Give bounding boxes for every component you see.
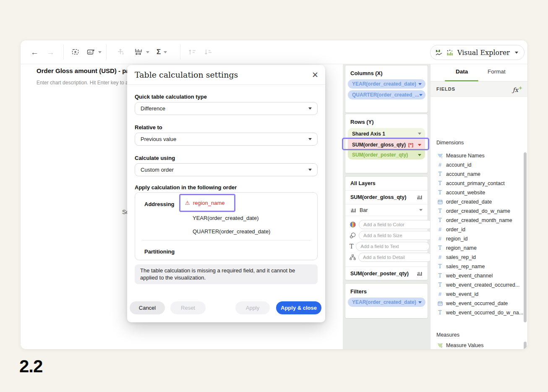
add-field-to-color-input[interactable] [359, 220, 433, 229]
text-field-icon: T [437, 282, 443, 288]
add-calculation-icon[interactable]: ƒx+ [513, 85, 522, 93]
field-web-event-id[interactable]: #web_event_id [431, 290, 522, 299]
addressing-item-year[interactable]: YEAR(order_created_date) [193, 215, 259, 221]
detail-icon[interactable] [350, 254, 356, 260]
color-icon[interactable] [350, 221, 356, 228]
field-account-name[interactable]: Taccount_name [431, 170, 522, 179]
layer-sum-order-poster-qty[interactable]: SUM(order_poster_qty) [345, 267, 428, 280]
text-field-icon: T [437, 180, 443, 186]
field-account-website[interactable]: Taccount_website [431, 188, 522, 197]
field-order-id[interactable]: #order_id [431, 225, 522, 234]
pill-label: QUARTER(order_created_... [352, 92, 419, 98]
bar-viz-icon [417, 195, 423, 200]
quick-calc-type-label: Quick table calculation type [135, 94, 207, 100]
shared-axis-header[interactable]: Shared Axis 1 [348, 128, 425, 139]
chart-title[interactable]: Order Gloss amount (USD) - pane [37, 67, 137, 74]
back-arrow-icon[interactable]: ← [31, 46, 39, 58]
pill-year-order-created-date[interactable]: YEAR(order_created_date) [348, 79, 425, 89]
dimensions-list: TMeasure Names #account_id Taccount_name… [431, 151, 522, 317]
tab-format[interactable]: Format [488, 68, 506, 75]
measures-label: Measures [436, 332, 459, 338]
field-account-id[interactable]: #account_id [431, 160, 522, 170]
calculate-using-select[interactable]: Custom order [135, 163, 318, 176]
chevron-down-icon [515, 52, 518, 54]
calculation-order-box: Addressing ⚠ region_name YEAR(order_crea… [135, 192, 318, 260]
cancel-button[interactable]: Cancel [130, 301, 165, 314]
shared-axis-group: Shared Axis 1 SUM(order_gloss_qty) [*] S… [348, 128, 425, 159]
text-field-icon: T [437, 273, 443, 279]
svg-text:T: T [441, 156, 443, 158]
forward-arrow-icon[interactable]: → [47, 46, 55, 58]
add-field-to-size-input[interactable] [359, 231, 433, 240]
filters-shelf-title: Filters [345, 284, 428, 298]
quick-calc-type-select[interactable]: Difference [135, 102, 318, 115]
sort-descending-icon[interactable] [204, 46, 213, 58]
tab-data[interactable]: Data [456, 68, 468, 75]
chart-description[interactable]: Enter chart description. Hit Enter key t… [37, 80, 131, 86]
field-account-primary-contact[interactable]: Taccount_primary_contact [431, 179, 522, 188]
all-layers-card: All Layers SUM(order_gloss_qty) Bar [345, 177, 428, 280]
addressing-item-quarter[interactable]: QUARTER(order_created_date) [193, 228, 270, 235]
field-sales-rep-id[interactable]: #sales_rep_id [431, 253, 522, 262]
field-sales-rep-name[interactable]: Tsales_rep_name [431, 262, 522, 271]
field-measure-names[interactable]: TMeasure Names [431, 151, 522, 160]
measures-scrollbar[interactable] [524, 342, 527, 350]
viz-thumbnail-icon [436, 50, 443, 56]
toolbar-divider [63, 44, 64, 60]
select-value: Custom order [141, 167, 174, 173]
calculate-using-label: Calculate using [135, 155, 175, 161]
columns-shelf-title: Columns (X) [345, 65, 428, 79]
pill-filter-year-order-created-date[interactable]: YEAR(order_created_date) [348, 298, 425, 307]
chevron-down-icon [419, 209, 423, 211]
pill-quarter-order-created-date[interactable]: QUARTER(order_created_... [348, 90, 425, 99]
field-order-created-month-name[interactable]: Torder_created_month_name [431, 216, 522, 225]
datasource-icon: # [437, 343, 443, 348]
sort-ascending-icon[interactable] [188, 46, 197, 58]
apply-button[interactable]: Apply [235, 301, 270, 314]
relative-to-label: Relative to [135, 124, 162, 131]
size-icon[interactable] [350, 232, 356, 239]
app-switcher[interactable]: Visual Explorer [430, 45, 525, 60]
aggregate-sigma-icon[interactable]: Σ [157, 46, 167, 58]
panel-tabs: Data Format [431, 64, 528, 81]
field-web-event-occurred-do-w-na[interactable]: Tweb_event_occurred_do_w_na... [431, 308, 522, 317]
number-icon: # [437, 254, 443, 260]
relative-to-select[interactable]: Previous value [135, 133, 318, 146]
field-web-event-created-occurred[interactable]: Tweb_event_created_occurred... [431, 280, 522, 290]
swap-axes-icon[interactable] [117, 46, 125, 58]
remove-chart-icon[interactable] [87, 46, 102, 58]
addressing-item-label: region_name [193, 200, 225, 206]
number-icon: # [437, 291, 443, 297]
encoding-color [350, 219, 423, 230]
add-field-to-text-input[interactable] [356, 242, 430, 251]
field-region-id[interactable]: #region_id [431, 234, 522, 243]
chevron-down-icon [308, 138, 312, 140]
pill-sum-order-poster-qty[interactable]: SUM(order_poster_qty) [348, 150, 425, 159]
pill-sum-order-gloss-qty[interactable]: SUM(order_gloss_qty) [*] [348, 139, 425, 150]
text-field-icon: T [437, 245, 443, 251]
apply-and-close-button[interactable]: Apply & close [276, 301, 321, 314]
close-icon[interactable]: ✕ [312, 71, 318, 79]
mark-type-select[interactable]: Bar [345, 204, 428, 216]
layer-sum-order-gloss-qty[interactable]: SUM(order_gloss_qty) [345, 191, 428, 204]
field-region-name[interactable]: Tregion_name [431, 243, 522, 253]
field-web-event-occurred-date[interactable]: web_event_occurred_date [431, 299, 522, 308]
addressing-label: Addressing [144, 201, 175, 207]
reset-button[interactable]: Reset [170, 301, 206, 314]
bar-viz-icon [350, 208, 356, 213]
rows-shelf: Rows (Y) Shared Axis 1 SUM(order_gloss_q… [345, 114, 428, 173]
field-web-event-channel[interactable]: Tweb_event_channel [431, 271, 522, 280]
add-field-to-detail-input[interactable] [358, 253, 432, 262]
add-panel-icon[interactable] [72, 46, 80, 58]
dimensions-label: Dimensions [436, 140, 464, 146]
pill-label: YEAR(order_created_date) [352, 81, 416, 87]
field-order-created-do-w-name[interactable]: Torder_created_do_w_name [431, 206, 522, 216]
bar-width-icon[interactable] [135, 46, 149, 58]
field-order-created-date[interactable]: order_created_date [431, 197, 522, 206]
chevron-down-icon [308, 169, 312, 171]
addressing-item-region-name[interactable]: ⚠ region_name [179, 194, 235, 212]
field-measure-values[interactable]: #Measure Values [431, 341, 522, 349]
text-icon[interactable]: T [350, 243, 353, 250]
dimensions-scrollbar[interactable] [524, 152, 527, 322]
table-calculation-settings-modal: Table calculation settings ✕ Quick table… [127, 65, 325, 322]
